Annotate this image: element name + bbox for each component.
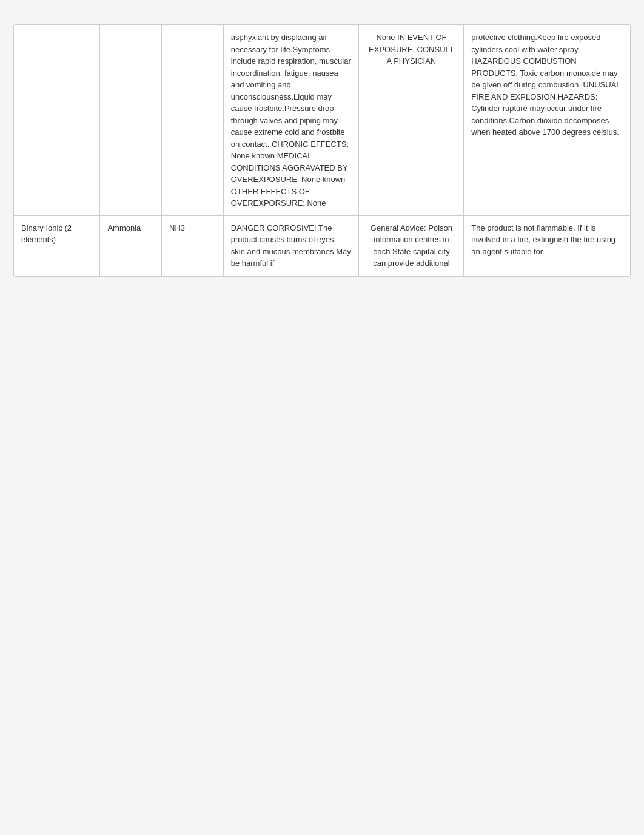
- cell-row1-col3: [162, 25, 224, 216]
- cell-row2-col5: General Advice: Poison information centr…: [359, 215, 464, 276]
- table-row: Binary Ionic (2 elements) Ammonia NH3 DA…: [14, 215, 631, 276]
- cell-row1-col2: [100, 25, 162, 216]
- cell-row1-col5: None IN EVENT OF EXPOSURE, CONSULT A PHY…: [359, 25, 464, 216]
- table-row: asphyxiant by displacing air necessary f…: [14, 25, 631, 216]
- cell-row1-col1: [14, 25, 100, 216]
- cell-row2-col1: Binary Ionic (2 elements): [14, 215, 100, 276]
- data-table: asphyxiant by displacing air necessary f…: [13, 25, 631, 276]
- cell-row2-col3: NH3: [162, 215, 224, 276]
- cell-row1-col6: protective clothing.Keep fire exposed cy…: [464, 25, 631, 216]
- main-table-container: asphyxiant by displacing air necessary f…: [13, 24, 631, 277]
- cell-row2-col2: Ammonia: [100, 215, 162, 276]
- cell-row1-col4: asphyxiant by displacing air necessary f…: [223, 25, 359, 216]
- cell-row2-col4: DANGER CORROSIVE! The product causes bur…: [223, 215, 359, 276]
- cell-row2-col6: The product is not flammable. If it is i…: [464, 215, 631, 276]
